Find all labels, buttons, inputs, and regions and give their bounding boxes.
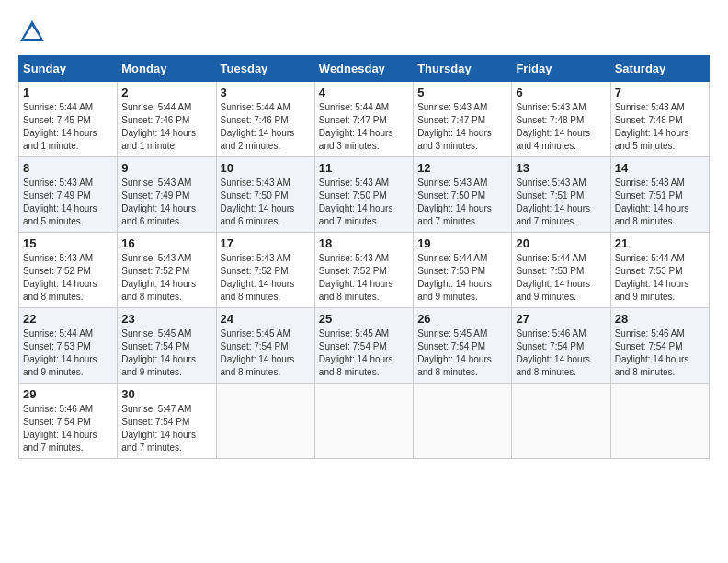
week-row-4: 22Sunrise: 5:44 AMSunset: 7:53 PMDayligh… xyxy=(19,308,710,384)
day-number: 10 xyxy=(221,161,311,175)
calendar-cell-3: 3Sunrise: 5:44 AMSunset: 7:46 PMDaylight… xyxy=(216,82,314,157)
day-number: 7 xyxy=(615,86,705,99)
day-info: Sunrise: 5:44 AMSunset: 7:46 PMDaylight:… xyxy=(221,101,311,153)
calendar-table: SundayMondayTuesdayWednesdayThursdayFrid… xyxy=(18,55,710,459)
day-info: Sunrise: 5:45 AMSunset: 7:54 PMDaylight:… xyxy=(319,327,409,379)
day-number: 11 xyxy=(319,161,409,175)
day-number: 15 xyxy=(23,236,113,250)
calendar-cell-1: 1Sunrise: 5:44 AMSunset: 7:45 PMDaylight… xyxy=(19,82,118,157)
calendar-cell-5: 5Sunrise: 5:43 AMSunset: 7:47 PMDaylight… xyxy=(414,82,512,157)
day-info: Sunrise: 5:44 AMSunset: 7:47 PMDaylight:… xyxy=(319,101,409,153)
day-number: 19 xyxy=(417,236,507,250)
day-info: Sunrise: 5:44 AMSunset: 7:53 PMDaylight:… xyxy=(417,252,507,304)
day-number: 20 xyxy=(516,236,606,250)
day-number: 17 xyxy=(221,236,311,250)
calendar-cell-empty xyxy=(610,384,709,459)
day-info: Sunrise: 5:44 AMSunset: 7:53 PMDaylight:… xyxy=(615,252,705,304)
calendar-cell-2: 2Sunrise: 5:44 AMSunset: 7:46 PMDaylight… xyxy=(118,82,216,157)
calendar-cell-24: 24Sunrise: 5:45 AMSunset: 7:54 PMDayligh… xyxy=(216,308,314,384)
calendar-cell-30: 30Sunrise: 5:47 AMSunset: 7:54 PMDayligh… xyxy=(118,384,216,459)
day-info: Sunrise: 5:47 AMSunset: 7:54 PMDaylight:… xyxy=(121,403,211,454)
header-tuesday: Tuesday xyxy=(216,56,314,82)
day-info: Sunrise: 5:43 AMSunset: 7:51 PMDaylight:… xyxy=(615,177,705,228)
day-number: 3 xyxy=(221,86,311,99)
day-number: 27 xyxy=(516,312,606,326)
day-number: 24 xyxy=(221,312,311,326)
day-number: 5 xyxy=(417,86,507,99)
day-number: 30 xyxy=(121,387,211,401)
calendar-cell-23: 23Sunrise: 5:45 AMSunset: 7:54 PMDayligh… xyxy=(118,308,216,384)
day-info: Sunrise: 5:43 AMSunset: 7:48 PMDaylight:… xyxy=(615,101,705,153)
calendar-cell-8: 8Sunrise: 5:43 AMSunset: 7:49 PMDaylight… xyxy=(19,157,118,233)
day-info: Sunrise: 5:46 AMSunset: 7:54 PMDaylight:… xyxy=(615,327,705,379)
week-row-5: 29Sunrise: 5:46 AMSunset: 7:54 PMDayligh… xyxy=(19,384,710,459)
day-info: Sunrise: 5:44 AMSunset: 7:53 PMDaylight:… xyxy=(516,252,606,304)
header-wednesday: Wednesday xyxy=(314,56,413,82)
calendar-cell-22: 22Sunrise: 5:44 AMSunset: 7:53 PMDayligh… xyxy=(19,308,118,384)
calendar-cell-16: 16Sunrise: 5:43 AMSunset: 7:52 PMDayligh… xyxy=(118,233,216,308)
day-info: Sunrise: 5:43 AMSunset: 7:51 PMDaylight:… xyxy=(516,177,606,228)
day-number: 28 xyxy=(615,312,705,326)
day-number: 1 xyxy=(23,86,113,99)
calendar-header: SundayMondayTuesdayWednesdayThursdayFrid… xyxy=(19,56,710,82)
header-friday: Friday xyxy=(512,56,610,82)
week-row-2: 8Sunrise: 5:43 AMSunset: 7:49 PMDaylight… xyxy=(19,157,710,233)
calendar-cell-26: 26Sunrise: 5:45 AMSunset: 7:54 PMDayligh… xyxy=(414,308,512,384)
calendar-cell-28: 28Sunrise: 5:46 AMSunset: 7:54 PMDayligh… xyxy=(610,308,709,384)
day-number: 25 xyxy=(319,312,409,326)
day-number: 29 xyxy=(23,387,113,401)
day-info: Sunrise: 5:43 AMSunset: 7:50 PMDaylight:… xyxy=(319,177,409,228)
page-header xyxy=(18,18,710,46)
calendar-cell-27: 27Sunrise: 5:46 AMSunset: 7:54 PMDayligh… xyxy=(512,308,610,384)
day-number: 2 xyxy=(121,86,211,99)
day-number: 6 xyxy=(516,86,606,99)
day-number: 16 xyxy=(121,236,211,250)
calendar-cell-empty xyxy=(314,384,413,459)
day-number: 18 xyxy=(319,236,409,250)
logo xyxy=(18,18,50,46)
day-number: 13 xyxy=(516,161,606,175)
day-number: 26 xyxy=(417,312,507,326)
day-info: Sunrise: 5:43 AMSunset: 7:49 PMDaylight:… xyxy=(121,177,211,228)
week-row-1: 1Sunrise: 5:44 AMSunset: 7:45 PMDaylight… xyxy=(19,82,710,157)
day-info: Sunrise: 5:46 AMSunset: 7:54 PMDaylight:… xyxy=(516,327,606,379)
day-number: 23 xyxy=(121,312,211,326)
calendar-cell-9: 9Sunrise: 5:43 AMSunset: 7:49 PMDaylight… xyxy=(118,157,216,233)
day-info: Sunrise: 5:45 AMSunset: 7:54 PMDaylight:… xyxy=(121,327,211,379)
day-info: Sunrise: 5:43 AMSunset: 7:47 PMDaylight:… xyxy=(417,101,507,153)
calendar-body: 1Sunrise: 5:44 AMSunset: 7:45 PMDaylight… xyxy=(19,82,710,459)
calendar-cell-empty xyxy=(512,384,610,459)
calendar-cell-20: 20Sunrise: 5:44 AMSunset: 7:53 PMDayligh… xyxy=(512,233,610,308)
header-monday: Monday xyxy=(118,56,216,82)
week-row-3: 15Sunrise: 5:43 AMSunset: 7:52 PMDayligh… xyxy=(19,233,710,308)
calendar-cell-15: 15Sunrise: 5:43 AMSunset: 7:52 PMDayligh… xyxy=(19,233,118,308)
day-info: Sunrise: 5:44 AMSunset: 7:46 PMDaylight:… xyxy=(121,101,211,153)
day-info: Sunrise: 5:43 AMSunset: 7:52 PMDaylight:… xyxy=(23,252,113,304)
calendar-cell-13: 13Sunrise: 5:43 AMSunset: 7:51 PMDayligh… xyxy=(512,157,610,233)
header-thursday: Thursday xyxy=(414,56,512,82)
day-info: Sunrise: 5:45 AMSunset: 7:54 PMDaylight:… xyxy=(417,327,507,379)
calendar-cell-21: 21Sunrise: 5:44 AMSunset: 7:53 PMDayligh… xyxy=(610,233,709,308)
day-info: Sunrise: 5:45 AMSunset: 7:54 PMDaylight:… xyxy=(221,327,311,379)
day-number: 12 xyxy=(417,161,507,175)
calendar-cell-12: 12Sunrise: 5:43 AMSunset: 7:50 PMDayligh… xyxy=(414,157,512,233)
day-info: Sunrise: 5:43 AMSunset: 7:50 PMDaylight:… xyxy=(221,177,311,228)
day-info: Sunrise: 5:44 AMSunset: 7:45 PMDaylight:… xyxy=(23,101,113,153)
day-info: Sunrise: 5:43 AMSunset: 7:52 PMDaylight:… xyxy=(319,252,409,304)
calendar-cell-25: 25Sunrise: 5:45 AMSunset: 7:54 PMDayligh… xyxy=(314,308,413,384)
header-sunday: Sunday xyxy=(19,56,118,82)
calendar-cell-7: 7Sunrise: 5:43 AMSunset: 7:48 PMDaylight… xyxy=(610,82,709,157)
days-of-week-row: SundayMondayTuesdayWednesdayThursdayFrid… xyxy=(19,56,710,82)
logo-icon xyxy=(18,18,46,46)
calendar-cell-19: 19Sunrise: 5:44 AMSunset: 7:53 PMDayligh… xyxy=(414,233,512,308)
day-info: Sunrise: 5:44 AMSunset: 7:53 PMDaylight:… xyxy=(23,327,113,379)
calendar-cell-18: 18Sunrise: 5:43 AMSunset: 7:52 PMDayligh… xyxy=(314,233,413,308)
header-saturday: Saturday xyxy=(610,56,709,82)
day-info: Sunrise: 5:43 AMSunset: 7:49 PMDaylight:… xyxy=(23,177,113,228)
day-info: Sunrise: 5:46 AMSunset: 7:54 PMDaylight:… xyxy=(23,403,113,454)
day-number: 8 xyxy=(23,161,113,175)
calendar-cell-4: 4Sunrise: 5:44 AMSunset: 7:47 PMDaylight… xyxy=(314,82,413,157)
day-info: Sunrise: 5:43 AMSunset: 7:52 PMDaylight:… xyxy=(121,252,211,304)
day-info: Sunrise: 5:43 AMSunset: 7:48 PMDaylight:… xyxy=(516,101,606,153)
calendar-cell-29: 29Sunrise: 5:46 AMSunset: 7:54 PMDayligh… xyxy=(19,384,118,459)
